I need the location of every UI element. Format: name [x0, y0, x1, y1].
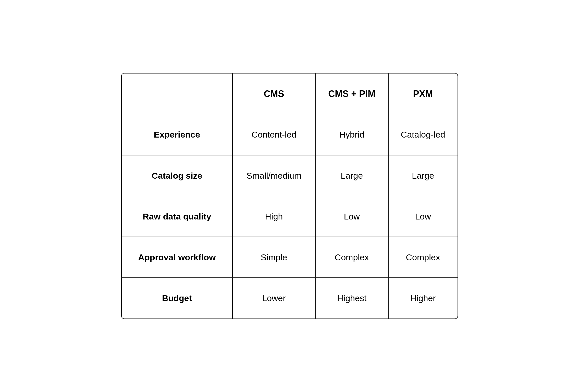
row-0-col1: Content-led: [232, 114, 315, 155]
row-4-col2: Highest: [315, 278, 388, 318]
header-label-col: [122, 74, 233, 114]
row-1-col1: Small/medium: [232, 155, 315, 196]
table-row: Catalog sizeSmall/mediumLargeLarge: [122, 155, 458, 196]
row-4-col3: Higher: [388, 278, 458, 318]
table-row: Raw data qualityHighLowLow: [122, 196, 458, 237]
row-0-col3: Catalog-led: [388, 114, 458, 155]
table-header-row: CMS CMS + PIM PXM: [122, 74, 458, 114]
row-label-2: Raw data quality: [122, 196, 233, 237]
row-3-col1: Simple: [232, 237, 315, 278]
row-1-col2: Large: [315, 155, 388, 196]
header-pxm: PXM: [388, 74, 458, 114]
row-label-1: Catalog size: [122, 155, 233, 196]
row-label-0: Experience: [122, 114, 233, 155]
row-3-col3: Complex: [388, 237, 458, 278]
header-cms-pim: CMS + PIM: [315, 74, 388, 114]
row-label-4: Budget: [122, 278, 233, 318]
row-4-col1: Lower: [232, 278, 315, 318]
row-2-col2: Low: [315, 196, 388, 237]
row-2-col1: High: [232, 196, 315, 237]
row-0-col2: Hybrid: [315, 114, 388, 155]
table-row: ExperienceContent-ledHybridCatalog-led: [122, 114, 458, 155]
header-cms: CMS: [232, 74, 315, 114]
comparison-table: CMS CMS + PIM PXM ExperienceContent-ledH…: [121, 73, 458, 319]
table-row: BudgetLowerHighestHigher: [122, 278, 458, 318]
row-1-col3: Large: [388, 155, 458, 196]
table-row: Approval workflowSimpleComplexComplex: [122, 237, 458, 278]
row-2-col3: Low: [388, 196, 458, 237]
row-label-3: Approval workflow: [122, 237, 233, 278]
row-3-col2: Complex: [315, 237, 388, 278]
